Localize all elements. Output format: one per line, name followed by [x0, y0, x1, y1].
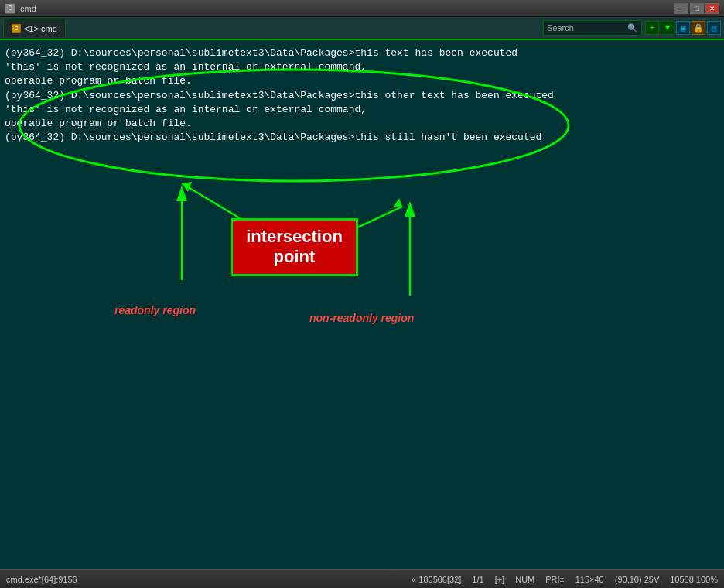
svg-marker-4 — [394, 198, 402, 207]
status-bar: cmd.exe*[64]:9156 « 180506[32] 1/1 [+] N… — [0, 569, 724, 588]
tab-bar: C <1> cmd 🔍 + ▼ ▣ 🔒 ▤ — [0, 17, 724, 40]
terminal-line-1: (py364_32) D:\sources\personal\sublimete… — [5, 46, 719, 60]
window-controls: ─ □ ✕ — [674, 3, 719, 14]
window-title: cmd — [20, 4, 36, 13]
title-bar: C cmd ─ □ ✕ — [0, 0, 724, 17]
intersection-label: intersection point — [246, 227, 343, 266]
intersection-box: intersection point — [231, 218, 358, 276]
status-info-8: 10588 100% — [670, 575, 718, 584]
terminal-line-7: operable program or batch file. — [5, 117, 719, 131]
tab-icon: C — [12, 24, 21, 33]
status-filename: cmd.exe*[64]:9156 — [6, 575, 77, 584]
add-tab-button[interactable]: + — [645, 21, 659, 35]
readonly-label: readonly region — [114, 303, 196, 319]
terminal-line-6: 'this' is not recognized as an internal … — [5, 103, 719, 117]
status-info: « 180506[32] 1/1 [+] NUM PRI‡ 115×40 (90… — [412, 575, 718, 584]
terminal-line-9: (py364_32) D:\sources\personal\sublimete… — [5, 131, 719, 145]
status-info-6: 115×40 — [575, 575, 604, 584]
svg-marker-6 — [176, 186, 187, 201]
terminal-line-3: operable program or batch file. — [5, 74, 719, 88]
terminal-line-2: 'this' is not recognized as an internal … — [5, 60, 719, 74]
terminal-line-5: (py364_32) D:\sources\personal\sublimete… — [5, 89, 719, 103]
status-info-7: (90,10) 25V — [615, 575, 659, 584]
svg-marker-2 — [182, 182, 192, 192]
close-button[interactable]: ✕ — [705, 3, 719, 14]
terminal-area[interactable]: (py364_32) D:\sources\personal\sublimete… — [0, 40, 724, 569]
status-info-1: « 180506[32] — [412, 575, 461, 584]
tab-label: <1> cmd — [24, 24, 57, 33]
dropdown-button[interactable]: ▼ — [661, 21, 674, 35]
minimize-button[interactable]: ─ — [674, 3, 688, 14]
status-info-5: PRI‡ — [545, 575, 564, 584]
status-info-4: NUM — [515, 575, 534, 584]
layout-button[interactable]: ▤ — [707, 21, 721, 35]
search-input[interactable] — [547, 23, 624, 32]
non-readonly-label: non-readonly region — [309, 311, 414, 326]
view-button[interactable]: ▣ — [676, 21, 690, 35]
tab-cmd[interactable]: C <1> cmd — [3, 19, 66, 37]
tab-bar-extras: + ▼ ▣ 🔒 ▤ — [645, 21, 721, 35]
search-bar: 🔍 + ▼ ▣ 🔒 ▤ — [543, 20, 721, 36]
search-icon: 🔍 — [627, 23, 638, 33]
status-info-3: [+] — [495, 575, 505, 584]
status-info-2: 1/1 — [472, 575, 483, 584]
app-icon: C — [5, 3, 15, 14]
search-input-wrap[interactable]: 🔍 — [543, 20, 642, 36]
svg-marker-8 — [405, 201, 415, 217]
maximize-button[interactable]: □ — [690, 3, 704, 14]
lock-button[interactable]: 🔒 — [692, 21, 705, 35]
